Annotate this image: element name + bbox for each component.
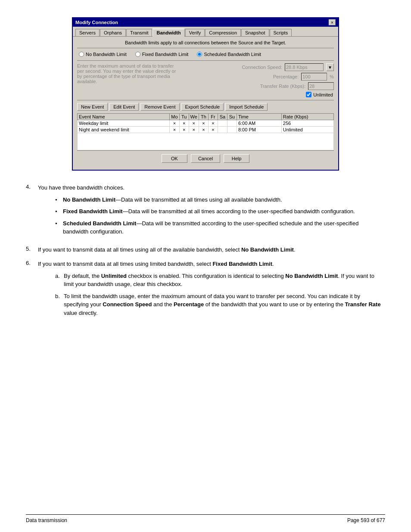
row1-time: 6:00 AM — [237, 120, 281, 127]
row1-su — [227, 120, 237, 127]
col-mo: Mo — [170, 114, 179, 120]
dialog-footer: OK Cancel Help — [77, 150, 334, 166]
edit-event-button[interactable]: Edit Event — [109, 103, 139, 111]
sub-item-2: Fixed Bandwidth Limit—Data will be trans… — [63, 207, 355, 216]
row2-su — [227, 127, 237, 133]
new-event-button[interactable]: New Event — [77, 103, 108, 111]
dialog-titlebar: Modify Connection × — [73, 18, 338, 27]
dialog-tabs: Servers Orphans Transmit Bandwidth Verif… — [73, 27, 338, 37]
col-event-name: Event Name — [78, 114, 170, 120]
dialog-title: Modify Connection — [75, 20, 118, 25]
connection-speed-input[interactable] — [285, 63, 324, 71]
document-content: 4. You have three bandwidth choices. ● N… — [26, 184, 385, 339]
tab-snapshot[interactable]: Snapshot — [241, 29, 269, 36]
bullet-icon: ● — [55, 221, 60, 226]
row1-th: × — [199, 120, 208, 127]
unlimited-label: Unlimited — [313, 92, 333, 97]
transfer-rate-input[interactable] — [308, 82, 334, 90]
item5-text-after: . — [294, 246, 296, 253]
percentage-row: Percentage: % — [185, 73, 334, 81]
col-th: Th — [199, 114, 208, 120]
alpha-a-bold1: Unlimited — [101, 273, 127, 279]
cancel-button[interactable]: Cancel — [191, 154, 220, 163]
sub-item-3: Scheduled Bandwidth Limit—Data will be t… — [63, 219, 385, 236]
bold-text: Scheduled Bandwidth Limit — [63, 220, 136, 227]
item6-number: 6. — [26, 260, 38, 320]
item4-sublist: ● No Bandwidth Limit—Data will be transm… — [55, 196, 385, 236]
list-item: b. To limit the bandwidth usage, enter t… — [55, 292, 385, 317]
alpha-b-bold3: Transfer Rate — [345, 301, 381, 308]
tab-bandwidth[interactable]: Bandwidth — [153, 28, 184, 37]
help-button[interactable]: Help — [224, 154, 249, 163]
event-action-buttons: New Event Edit Event Remove Event Export… — [77, 103, 334, 111]
table-row-empty — [78, 133, 334, 150]
fixed-bandwidth-radio[interactable]: Fixed Bandwidth Limit — [135, 52, 189, 57]
alpha-a-before: By default, the — [64, 273, 101, 279]
row1-mo: × — [170, 120, 179, 127]
sub-item-2-rest: —Data will be transmitted at all times a… — [123, 208, 355, 215]
table-row: Night and weekend limit × × × × × 8:00 P… — [78, 127, 334, 133]
bandwidth-settings: Enter the maximum amount of data to tran… — [77, 63, 334, 97]
doc-item-5: 5. If you want to transmit data at all t… — [26, 246, 385, 254]
bullet-icon: ● — [55, 209, 60, 214]
alpha-b-label: b. — [55, 292, 64, 317]
item4-body: You have three bandwidth choices. ● No B… — [38, 184, 385, 240]
ok-button[interactable]: OK — [162, 154, 187, 163]
sub-item-1-rest: —Data will be transmitted at all times u… — [115, 196, 282, 203]
transfer-rate-label: Transfer Rate (Kbps): — [258, 84, 305, 89]
tab-orphans[interactable]: Orphans — [100, 29, 126, 36]
percentage-label: Percentage: — [251, 74, 299, 79]
scheduled-bandwidth-radio[interactable]: Scheduled Bandwidth Limit — [197, 52, 261, 57]
import-schedule-button[interactable]: Import Schedule — [225, 103, 268, 111]
tab-servers[interactable]: Servers — [75, 29, 100, 36]
row2-fr: × — [208, 127, 218, 133]
col-time: Time — [237, 114, 281, 120]
event-name-1: Weekday limit — [78, 120, 170, 127]
no-bandwidth-radio[interactable]: No Bandwidth Limit — [79, 52, 127, 57]
export-schedule-button[interactable]: Export Schedule — [181, 103, 224, 111]
alpha-a-text: By default, the Unlimited checkbox is en… — [64, 272, 385, 289]
sub-item-1: No Bandwidth Limit—Data will be transmit… — [63, 196, 282, 204]
row2-sa — [218, 127, 227, 133]
doc-item-4: 4. You have three bandwidth choices. ● N… — [26, 184, 385, 240]
alpha-b-mid: and the — [152, 301, 174, 308]
tab-verify[interactable]: Verify — [185, 29, 205, 36]
bandwidth-options: No Bandwidth Limit Fixed Bandwidth Limit… — [77, 52, 334, 57]
row2-th: × — [199, 127, 208, 133]
list-item: ● No Bandwidth Limit—Data will be transm… — [55, 196, 385, 204]
percentage-unit: % — [330, 74, 334, 79]
alpha-b-text: To limit the bandwidth usage, enter the … — [64, 292, 385, 317]
list-item: ● Fixed Bandwidth Limit—Data will be tra… — [55, 207, 385, 216]
doc-item-6: 6. If you want to transmit data at all t… — [26, 260, 385, 320]
tab-compression[interactable]: Compression — [205, 29, 241, 36]
row2-mo: × — [170, 127, 179, 133]
connection-speed-dropdown[interactable]: ▼ — [326, 63, 334, 71]
percentage-input[interactable] — [301, 73, 327, 81]
remove-event-button[interactable]: Remove Event — [140, 103, 179, 111]
col-we: We — [189, 114, 199, 120]
page-footer: Data transmission Page 593 of 677 — [26, 514, 385, 523]
item4-number: 4. — [26, 184, 38, 240]
dialog-close-button[interactable]: × — [329, 19, 336, 25]
col-sa: Sa — [218, 114, 227, 120]
row1-rate: 256 — [281, 120, 333, 127]
col-tu: Tu — [179, 114, 189, 120]
list-item: a. By default, the Unlimited checkbox is… — [55, 272, 385, 289]
bandwidth-info: Bandwidth limits apply to all connection… — [77, 40, 334, 48]
bold-text: Fixed Bandwidth Limit — [63, 208, 123, 215]
alpha-b-bold1: Connection Speed — [103, 301, 152, 308]
row2-rate: Unlimited — [281, 127, 333, 133]
row1-we: × — [189, 120, 199, 127]
no-bandwidth-label: No Bandwidth Limit — [86, 52, 127, 57]
item6-text-before: If you want to transmit data at all time… — [38, 261, 212, 267]
tab-transmit[interactable]: Transmit — [126, 29, 152, 36]
unlimited-checkbox[interactable] — [306, 92, 311, 97]
row2-we: × — [189, 127, 199, 133]
tab-scripts[interactable]: Scripts — [270, 29, 292, 36]
col-rate: Rate (Kbps) — [281, 114, 333, 120]
bold-text: No Bandwidth Limit — [63, 196, 115, 203]
row2-tu: × — [179, 127, 189, 133]
settings-fields: Connection Speed: ▼ Percentage: % Transf… — [185, 63, 334, 97]
scheduled-bandwidth-label: Scheduled Bandwidth Limit — [204, 52, 261, 57]
row1-sa — [218, 120, 227, 127]
